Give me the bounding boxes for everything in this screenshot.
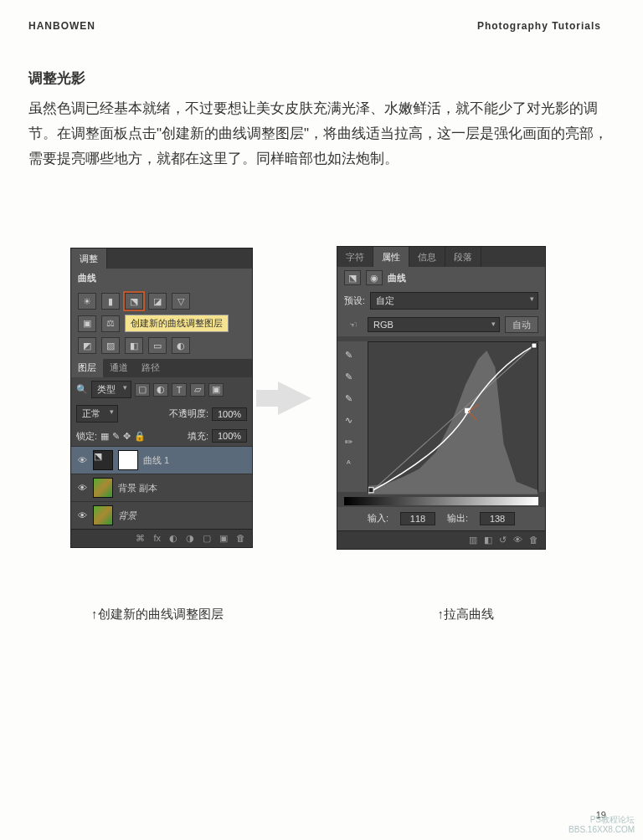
fill-label: 填充: <box>188 430 208 443</box>
fill-field[interactable]: 100% <box>212 429 247 443</box>
group-icon[interactable]: ▢ <box>203 533 211 544</box>
io-row: 输入: 118 输出: 138 <box>337 507 545 530</box>
levels-icon[interactable]: ▮ <box>101 293 120 310</box>
lock-all-icon[interactable]: 🔒 <box>134 431 146 442</box>
caption-right: ↑拉高曲线 <box>438 607 495 622</box>
tab-adjustments[interactable]: 调整 <box>71 248 107 269</box>
layer-name: 曲线 1 <box>143 454 169 467</box>
opacity-field[interactable]: 100% <box>212 407 247 421</box>
layer-thumb <box>93 478 113 498</box>
input-label: 输入: <box>368 512 388 525</box>
adjustments-layers-panel: 调整 曲线 ☀ ▮ ⬔ ◪ ▽ ▣ ⚖ 创建新的曲线调整图层 ◩ ▨ ◧ ▭ ◐ <box>70 248 253 548</box>
reset-icon[interactable]: ↺ <box>499 535 507 545</box>
adjust-curves-label: 曲线 <box>71 269 252 288</box>
prop-bottom-bar: ▥ ◧ ↺ 👁 🗑 <box>337 530 545 549</box>
layer-name: 背景 副本 <box>118 482 157 494</box>
curve-point-icon[interactable]: ∿ <box>339 412 358 428</box>
new-fill-icon[interactable]: ◑ <box>186 533 194 544</box>
mask-icon[interactable]: ◐ <box>169 533 177 544</box>
kind-filter-dropdown[interactable]: 类型 <box>91 381 131 398</box>
filter-pixel-icon[interactable]: ▢ <box>135 383 150 397</box>
tab-info[interactable]: 信息 <box>409 247 445 267</box>
arrow-container <box>278 382 311 415</box>
auto-button[interactable]: 自动 <box>505 316 538 333</box>
tab-paragraph[interactable]: 段落 <box>445 247 481 267</box>
output-label: 输出: <box>447 512 468 525</box>
visibility-icon[interactable]: 👁 <box>76 455 88 465</box>
mask-thumb[interactable] <box>118 450 138 470</box>
blend-row: 正常 不透明度: 100% <box>71 402 252 426</box>
watermark-line2: BBS.16XX8.COM <box>568 825 635 835</box>
hue-icon[interactable]: ▣ <box>78 315 96 332</box>
filter-shape-icon[interactable]: ▱ <box>190 383 205 397</box>
trash-icon[interactable]: 🗑 <box>236 533 245 544</box>
mask-mode-icon[interactable]: ◉ <box>366 270 383 285</box>
adjust-icon-row-3: ◩ ▨ ◧ ▭ ◐ <box>71 337 252 359</box>
clip-icon[interactable]: ▥ <box>469 535 477 545</box>
trash-icon[interactable]: 🗑 <box>529 535 538 545</box>
preset-label: 预设: <box>344 295 365 307</box>
adjustment-thumb-icon: ⬔ <box>93 450 113 470</box>
new-layer-icon[interactable]: ▣ <box>219 533 228 544</box>
tab-channels[interactable]: 通道 <box>103 359 135 377</box>
tab-properties[interactable]: 属性 <box>373 247 409 267</box>
gradient-map-icon[interactable]: ▭ <box>148 337 167 354</box>
search-icon[interactable]: 🔍 <box>76 384 88 395</box>
filter-adjust-icon[interactable]: ◐ <box>153 383 168 397</box>
figure-row: 调整 曲线 ☀ ▮ ⬔ ◪ ▽ ▣ ⚖ 创建新的曲线调整图层 ◩ ▨ ◧ ▭ ◐ <box>28 246 615 550</box>
caption-left: ↑创建新的曲线调整图层 <box>91 607 224 622</box>
lock-brush-icon[interactable]: ✎ <box>112 431 120 442</box>
output-field[interactable]: 138 <box>480 512 515 525</box>
layer-row-curves[interactable]: 👁 ⬔ 曲线 1 <box>71 446 252 474</box>
page-header: HANBOWEN Photography Tutorials <box>0 0 643 32</box>
input-field[interactable]: 118 <box>400 512 435 525</box>
lock-pixels-icon[interactable]: ▦ <box>100 431 109 442</box>
link-icon[interactable]: ⌘ <box>136 533 145 544</box>
filter-smart-icon[interactable]: ▣ <box>208 383 224 397</box>
visibility-icon[interactable]: 👁 <box>76 483 88 493</box>
curve-pencil-icon[interactable]: ✏ <box>339 433 358 450</box>
layer-row-bgcopy[interactable]: 👁 背景 副本 <box>71 474 252 501</box>
tab-layers[interactable]: 图层 <box>71 359 103 377</box>
lock-label: 锁定: <box>76 430 97 443</box>
posterize-icon[interactable]: ▨ <box>101 337 120 354</box>
visibility-icon[interactable]: 👁 <box>76 510 88 520</box>
prop-type-row: ⬔ ◉ 曲线 <box>337 267 545 289</box>
selective-color-icon[interactable]: ◐ <box>172 337 190 354</box>
layer-row-bg[interactable]: 👁 背景 <box>71 501 252 529</box>
threshold-icon[interactable]: ◧ <box>125 337 143 354</box>
curves-icon[interactable]: ⬔ <box>125 293 143 310</box>
svg-rect-3 <box>532 343 537 348</box>
eyedropper-black-icon[interactable]: ✎ <box>339 346 358 363</box>
brightness-icon[interactable]: ☀ <box>78 293 96 310</box>
prop-tabbar: 字符 属性 信息 段落 <box>337 247 545 267</box>
hand-tool-icon[interactable]: ☜ <box>344 316 363 333</box>
lock-row: 锁定: ▦ ✎ ✥ 🔒 填充: 100% <box>71 426 252 446</box>
figure-captions: ↑创建新的曲线调整图层 ↑拉高曲线 <box>28 607 615 622</box>
view-prev-icon[interactable]: ◧ <box>484 535 492 545</box>
tab-character[interactable]: 字符 <box>337 247 373 267</box>
curve-graph[interactable] <box>368 341 538 492</box>
filter-type-icon[interactable]: T <box>172 383 187 397</box>
layers-tabbar: 图层 通道 路径 <box>71 359 252 377</box>
balance-icon[interactable]: ⚖ <box>101 315 120 332</box>
preset-dropdown[interactable]: 自定 <box>370 292 538 310</box>
exposure-icon[interactable]: ◪ <box>148 293 167 310</box>
watermark-line1: PS教程论坛 <box>568 815 635 825</box>
preset-row: 预设: 自定 <box>337 289 545 313</box>
blend-mode-dropdown[interactable]: 正常 <box>76 405 118 423</box>
histogram-svg <box>368 342 538 494</box>
eyedropper-gray-icon[interactable]: ✎ <box>339 368 358 385</box>
arrow-icon <box>278 382 311 415</box>
invert-icon[interactable]: ◩ <box>78 337 96 354</box>
curve-side-tools: ✎ ✎ ✎ ∿ ✏ ᴬ <box>339 346 358 472</box>
toggle-visibility-icon[interactable]: 👁 <box>513 535 522 545</box>
lock-move-icon[interactable]: ✥ <box>123 431 131 442</box>
svg-rect-2 <box>368 488 373 493</box>
eyedropper-white-icon[interactable]: ✎ <box>339 390 358 407</box>
curve-smooth-icon[interactable]: ᴬ <box>339 455 358 472</box>
vibrance-icon[interactable]: ▽ <box>172 293 190 310</box>
tab-paths[interactable]: 路径 <box>135 359 167 377</box>
channel-dropdown[interactable]: RGB <box>368 317 500 332</box>
fx-icon[interactable]: fx <box>153 533 161 544</box>
